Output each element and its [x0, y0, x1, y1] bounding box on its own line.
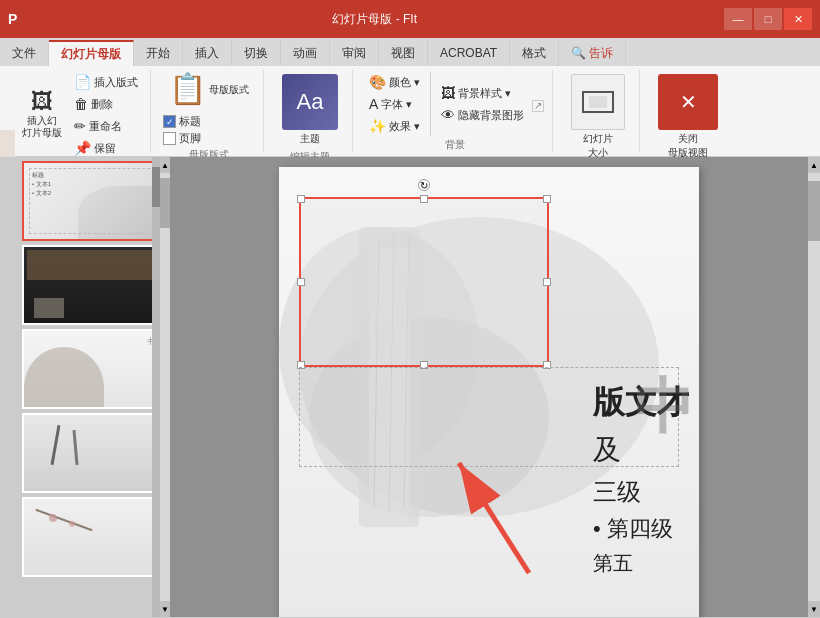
- tab-search[interactable]: 🔍 告诉: [559, 40, 626, 66]
- tab-animation[interactable]: 动画: [281, 40, 330, 66]
- master-layout-items: 📋 母版版式 ✓ 标题 页脚: [163, 72, 255, 146]
- slide-main: ↻ 版文才 及 三级 • 第四级 第五 中: [279, 167, 699, 617]
- tab-transition[interactable]: 切换: [232, 40, 281, 66]
- ribbon-content: 🖼 插入幻灯片母版 📄 插入版式 🗑 删除 ✏ 重命名: [0, 66, 820, 156]
- slide-1-text: 标题 • 文本1 • 文本2: [32, 171, 51, 198]
- tab-review[interactable]: 审阅: [330, 40, 379, 66]
- slide-2-content: [24, 247, 160, 323]
- insert-slide-master-button[interactable]: 🖼 插入幻灯片母版: [16, 89, 68, 141]
- close-items: ✕ 关闭母版视图: [652, 72, 724, 162]
- tab-acrobat[interactable]: ACROBAT: [428, 40, 510, 66]
- handle-tl[interactable]: [297, 195, 305, 203]
- canvas-scroll-down[interactable]: ▼: [808, 601, 820, 617]
- canvas-scroll-thumb: [808, 181, 820, 241]
- slide-thumb-4[interactable]: [22, 413, 160, 493]
- tab-format[interactable]: 格式: [510, 40, 559, 66]
- master-checkboxes: ✓ 标题 页脚: [163, 114, 201, 146]
- app-logo: P: [8, 11, 17, 27]
- slide-canvas: ↻ 版文才 及 三级 • 第四级 第五 中: [170, 157, 808, 617]
- rotate-handle[interactable]: ↻: [418, 179, 430, 191]
- color-label: 颜色 ▾: [389, 75, 420, 90]
- handle-ml[interactable]: [297, 278, 305, 286]
- slide-size-icon: [571, 74, 625, 130]
- group-edit-master: 🖼 插入幻灯片母版 📄 插入版式 🗑 删除 ✏ 重命名: [8, 70, 151, 152]
- close-master-view-button[interactable]: ✕ 关闭母版视图: [652, 72, 724, 162]
- main-area: 首先，我们将订打母版文档，如图： 1 标题 • 文本1 • 文本2: [0, 157, 820, 617]
- handle-mr[interactable]: [543, 278, 551, 286]
- slide-4-stroke1: [51, 425, 61, 465]
- canvas-scroll-up[interactable]: ▲: [808, 157, 820, 173]
- title-bar: P 幻灯片母版 - FIt — □ ✕: [0, 0, 820, 38]
- title-checkbox[interactable]: ✓ 标题: [163, 114, 201, 129]
- group-size: 幻灯片大小 大小: [557, 70, 640, 152]
- size-items: 幻灯片大小: [565, 72, 631, 162]
- rename-button[interactable]: ✏ 重命名: [70, 116, 142, 136]
- tab-insert[interactable]: 插入: [183, 40, 232, 66]
- color-button[interactable]: 🎨 颜色 ▾: [365, 72, 424, 92]
- bg-style-button[interactable]: 🖼 背景样式 ▾: [437, 83, 528, 103]
- edit-master-items: 🖼 插入幻灯片母版 📄 插入版式 🗑 删除 ✏ 重命名: [16, 72, 142, 158]
- separator: [430, 72, 431, 136]
- effect-icon: ✨: [369, 118, 386, 134]
- hide-bg-button[interactable]: 👁 隐藏背景图形: [437, 105, 528, 125]
- delete-button[interactable]: 🗑 删除: [70, 94, 142, 114]
- delete-label: 删除: [91, 97, 113, 112]
- effect-label: 效果 ▾: [389, 119, 420, 134]
- tab-file[interactable]: 文件: [0, 40, 49, 66]
- preserve-icon: 📌: [74, 140, 91, 156]
- slide-thumb-2[interactable]: [22, 245, 160, 325]
- ribbon: 文件 幻灯片母版 开始 插入 切换 动画 审阅 视图 ACROBAT 格式 🔍 …: [0, 38, 820, 157]
- rename-label: 重命名: [89, 119, 122, 134]
- close-button[interactable]: ✕: [784, 8, 812, 30]
- slide-thumb-5[interactable]: [22, 497, 160, 577]
- maximize-button[interactable]: □: [754, 8, 782, 30]
- bg-style-icon: 🖼: [441, 85, 455, 101]
- font-label: 字体 ▾: [381, 97, 412, 112]
- insert-slide-master-icon: 🖼: [31, 91, 53, 113]
- insert-layout-button[interactable]: 📄 插入版式: [70, 72, 142, 92]
- tab-view[interactable]: 视图: [379, 40, 428, 66]
- group-master-layout: 📋 母版版式 ✓ 标题 页脚 母版版式: [155, 70, 264, 152]
- theme-button[interactable]: Aa 主题: [276, 72, 344, 148]
- delete-icon: 🗑: [74, 96, 88, 112]
- v-scrollbar[interactable]: ▲ ▼: [160, 157, 170, 617]
- slide-thumb-1[interactable]: 标题 • 文本1 • 文本2: [22, 161, 160, 241]
- group-background: 🎨 颜色 ▾ A 字体 ▾ ✨ 效果 ▾ 🖼: [357, 70, 553, 152]
- slide-5-branch: [35, 509, 92, 531]
- background-items: 🎨 颜色 ▾ A 字体 ▾ ✨ 效果 ▾ 🖼: [365, 72, 544, 136]
- effect-button[interactable]: ✨ 效果 ▾: [365, 116, 424, 136]
- title-bar-text: 幻灯片母版 - FIt: [25, 11, 724, 28]
- slide-5-blossom1: [49, 514, 57, 522]
- handle-tm[interactable]: [420, 195, 428, 203]
- master-layout-button[interactable]: 📋 母版版式: [163, 72, 255, 108]
- slide-size-button[interactable]: 幻灯片大小: [565, 72, 631, 162]
- bg-expand-icon[interactable]: ↗: [532, 100, 544, 112]
- slide-panel-scrollbar[interactable]: [152, 157, 160, 617]
- insert-slide-master-label: 插入幻灯片母版: [22, 115, 62, 139]
- font-icon: A: [369, 96, 378, 112]
- slide-thumb-5-container: [22, 497, 156, 577]
- slide-2-building: [34, 298, 64, 318]
- tab-slide-master[interactable]: 幻灯片母版: [49, 40, 134, 66]
- slide-4-content: [24, 415, 160, 491]
- slide-5-blossom2: [69, 521, 75, 527]
- selection-box[interactable]: ↻: [299, 197, 549, 367]
- font-button[interactable]: A 字体 ▾: [365, 94, 424, 114]
- footer-checkbox[interactable]: 页脚: [163, 131, 201, 146]
- text-line-5: 第五: [593, 547, 689, 579]
- tab-start[interactable]: 开始: [134, 40, 183, 66]
- master-layout-icon: 📋: [169, 74, 206, 104]
- insert-layout-label: 插入版式: [94, 75, 138, 90]
- scroll-down[interactable]: ▼: [160, 601, 170, 617]
- minimize-button[interactable]: —: [724, 8, 752, 30]
- slide-thumb-4-container: [22, 413, 156, 493]
- slide-thumb-3[interactable]: 书: [22, 329, 160, 409]
- preserve-button[interactable]: 📌 保留: [70, 138, 142, 158]
- title-check-icon: ✓: [163, 115, 176, 128]
- footer-check-icon: [163, 132, 176, 145]
- slide-2-roof: [27, 250, 157, 280]
- slide-3-fan: [24, 347, 104, 407]
- handle-tr[interactable]: [543, 195, 551, 203]
- canvas-v-scrollbar[interactable]: ▲ ▼: [808, 157, 820, 617]
- scroll-up[interactable]: ▲: [160, 157, 170, 173]
